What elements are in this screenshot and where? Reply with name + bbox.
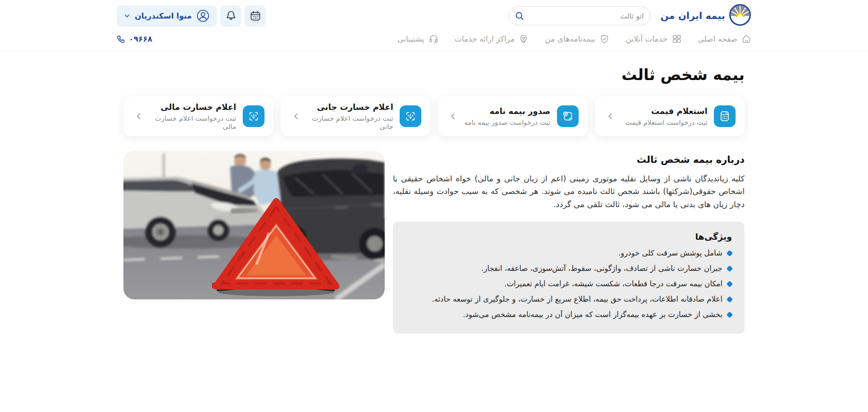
home-icon	[741, 34, 751, 44]
page-title: بیمه شخص ثالث	[123, 66, 745, 84]
calendar-icon	[250, 10, 261, 22]
nav-label: پشتیبانی	[397, 34, 424, 43]
feature-item: جبران خسارت ناشی از تصادف، واژگونی، سقوط…	[406, 264, 732, 273]
phone-number: ۰۹۶۶۸	[129, 34, 152, 43]
logo[interactable]: بیمه ایران من	[660, 4, 751, 28]
feature-item: شامل پوشش سرقت کلی خودرو.	[406, 249, 732, 257]
nav-item-service-centers[interactable]: مراکز ارائه خدمات	[455, 34, 529, 44]
collision-icon	[400, 105, 421, 127]
feature-item: بخشی از خسارت بر عهده بیمه‌گزار است که م…	[406, 310, 732, 319]
feature-item: امکان بیمه سرقت درجا قطعات، شکست شیشه، غ…	[406, 279, 732, 288]
diamond-bullet-icon	[726, 280, 733, 287]
notifications-button[interactable]	[220, 5, 241, 27]
user-avatar-icon	[196, 9, 210, 23]
sun-mountain-logo-icon	[729, 4, 751, 28]
collision-icon	[243, 105, 264, 127]
logo-text: بیمه ایران من	[660, 10, 725, 21]
card-title: اعلام خسارت مالی	[150, 102, 236, 112]
bell-icon	[225, 10, 237, 22]
accident-photo	[123, 151, 385, 299]
card-bodily-damage-claim[interactable]: اعلام خسارت جانی ثبت درخواست اعلام خسارت…	[281, 96, 431, 136]
user-name: منوا اسکندریان	[135, 11, 192, 20]
calculator-icon	[714, 105, 736, 127]
feature-item: اعلام صادقانه اطلاعات، پرداخت حق بیمه، ا…	[406, 295, 732, 303]
card-subtitle: ثبت درخواست صدور بیمه نامه	[464, 118, 550, 127]
grid-icon	[672, 34, 682, 44]
nav-label: مراکز ارائه خدمات	[455, 34, 515, 43]
about-section-body: کلیه زیاندیدگان ناشی از وسایل نقلیه موتو…	[393, 172, 745, 211]
calendar-button[interactable]	[245, 5, 266, 27]
chevron-down-icon	[124, 13, 130, 19]
card-title: اعلام خسارت جانی	[307, 102, 394, 112]
phone-link[interactable]: ۰۹۶۶۸	[117, 34, 152, 43]
card-subtitle: ثبت درخواست اعلام خسارت جانی	[307, 114, 394, 131]
card-price-inquiry[interactable]: استعلام قیمت ثبت درخواست استعلام قیمت	[595, 96, 745, 136]
card-financial-damage-claim[interactable]: اعلام خسارت مالی ثبت درخواست اعلام خسارت…	[123, 96, 274, 136]
chevron-left-icon	[606, 112, 615, 121]
diamond-bullet-icon	[726, 296, 733, 302]
nav-item-my-policies[interactable]: بیمه‌نامه‌های من	[545, 34, 609, 44]
shield-check-icon	[599, 34, 609, 44]
header: بیمه ایران من	[0, 0, 868, 51]
features-title: ویژگی‌ها	[406, 232, 732, 242]
search-box	[509, 6, 651, 25]
nav-label: بیمه‌نامه‌های من	[545, 34, 595, 43]
user-menu[interactable]: منوا اسکندریان	[117, 5, 217, 27]
card-subtitle: ثبت درخواست استعلام قیمت	[625, 118, 708, 127]
main-navigation: صفحه اصلی خدمات آنلاین	[117, 27, 751, 51]
headset-icon	[429, 34, 439, 44]
main-content: بیمه شخص ثالث استعلام قیمت ثبت درخواست ا…	[123, 66, 745, 334]
card-subtitle: ثبت درخواست اعلام خسارت مالی	[150, 114, 236, 131]
chevron-left-icon	[134, 112, 143, 121]
card-title: صدور بیمه نامه	[464, 106, 550, 116]
card-title: استعلام قیمت	[625, 106, 708, 116]
chevron-left-icon	[448, 112, 458, 121]
search-icon[interactable]	[514, 11, 524, 21]
nav-label: خدمات آنلاین	[626, 34, 667, 43]
search-input[interactable]	[524, 12, 644, 20]
nav-item-home[interactable]: صفحه اصلی	[698, 34, 751, 44]
nav-item-support[interactable]: پشتیبانی	[397, 34, 438, 44]
diamond-bullet-icon	[726, 250, 733, 256]
nav-label: صفحه اصلی	[698, 34, 737, 43]
about-section-title: درباره بیمه شخص ثالث	[393, 154, 745, 165]
action-cards: استعلام قیمت ثبت درخواست استعلام قیمت	[123, 96, 745, 136]
policy-issue-icon	[557, 105, 579, 127]
nav-item-online-services[interactable]: خدمات آنلاین	[626, 34, 681, 44]
features-box: ویژگی‌ها شامل پوشش سرقت کلی خودرو. جبران…	[393, 222, 745, 334]
phone-icon	[117, 35, 125, 43]
chevron-left-icon	[292, 112, 301, 121]
card-policy-issue[interactable]: صدور بیمه نامه ثبت درخواست صدور بیمه نام…	[438, 96, 588, 136]
location-icon	[519, 34, 528, 44]
diamond-bullet-icon	[726, 265, 733, 271]
diamond-bullet-icon	[726, 311, 733, 317]
